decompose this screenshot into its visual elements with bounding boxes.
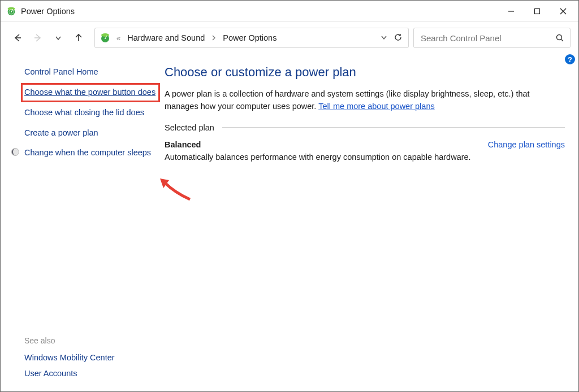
sidebar-link-lid[interactable]: Choose what closing the lid does (24, 107, 157, 119)
app-icon (6, 6, 16, 16)
back-button[interactable] (8, 29, 27, 47)
sidebar: Control Panel Home Choose what the power… (1, 56, 165, 391)
navbar: « Hardware and Sound Power Options (1, 22, 578, 53)
section-label: Selected plan (165, 123, 217, 132)
plan-row: Balanced Change plan settings (165, 140, 565, 149)
breadcrumb-hardware[interactable]: Hardware and Sound (126, 33, 206, 42)
page-description: A power plan is a collection of hardware… (165, 88, 565, 113)
sidebar-link-power-button[interactable]: Choose what the power button does (24, 86, 157, 99)
sidebar-link-accounts[interactable]: User Accounts (24, 369, 157, 378)
sidebar-link-sleep[interactable]: Change when the computer sleeps (24, 147, 157, 159)
see-also-heading: See also (24, 336, 157, 345)
addr-chevrons[interactable]: « (113, 34, 124, 42)
sidebar-link-label: Choose what the power button does (24, 88, 155, 97)
maximize-button[interactable] (524, 3, 550, 20)
svg-point-14 (557, 34, 562, 40)
sidebar-link-label: Change when the computer sleeps (24, 148, 151, 157)
window-title: Power Options (21, 7, 75, 16)
address-bar[interactable]: « Hardware and Sound Power Options (94, 28, 409, 48)
page-heading: Choose or customize a power plan (165, 65, 565, 80)
svg-point-13 (105, 38, 106, 39)
forward-button[interactable] (29, 29, 47, 47)
window: Power Options (0, 0, 579, 392)
divider (222, 127, 565, 128)
recent-dropdown[interactable] (49, 29, 67, 47)
help-badge[interactable]: ? (565, 54, 575, 64)
svg-point-1 (8, 7, 15, 10)
moon-icon (11, 147, 20, 156)
main-content: ? Choose or customize a power plan A pow… (165, 56, 578, 391)
section-header: Selected plan (165, 123, 565, 132)
svg-line-15 (561, 39, 564, 41)
search-icon (556, 34, 564, 42)
up-button[interactable] (70, 29, 88, 47)
sidebar-link-mobility[interactable]: Windows Mobility Center (24, 353, 157, 362)
content-area: Control Panel Home Choose what the power… (1, 53, 578, 391)
address-dropdown[interactable] (380, 33, 388, 43)
minimize-button[interactable] (498, 3, 524, 20)
search-box[interactable] (413, 28, 571, 48)
control-panel-home-link[interactable]: Control Panel Home (13, 67, 157, 76)
tell-me-more-link[interactable]: Tell me more about power plans (318, 102, 435, 111)
plan-description: Automatically balances performance with … (165, 153, 565, 162)
sidebar-link-create-plan[interactable]: Create a power plan (24, 127, 157, 140)
control-panel-icon (100, 32, 111, 43)
svg-rect-5 (535, 8, 540, 14)
change-plan-settings-link[interactable]: Change plan settings (488, 140, 565, 149)
titlebar: Power Options (1, 1, 578, 22)
refresh-button[interactable] (394, 33, 403, 43)
chevron-right-icon (208, 34, 219, 42)
search-input[interactable] (420, 33, 556, 43)
plan-name: Balanced (165, 140, 201, 149)
svg-point-12 (101, 33, 109, 37)
breadcrumb-power[interactable]: Power Options (222, 33, 278, 42)
close-button[interactable] (550, 3, 576, 20)
